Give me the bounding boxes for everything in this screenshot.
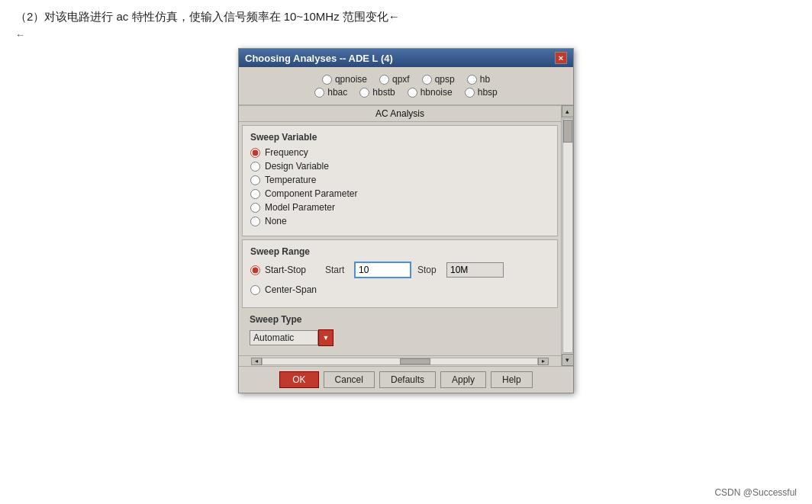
h-scroll-left-button[interactable]: ◂ bbox=[251, 358, 262, 365]
radio-label-hb: hb bbox=[480, 74, 490, 85]
horizontal-scrollbar: ◂ ▸ bbox=[239, 355, 561, 366]
radio-hbac[interactable]: hbac bbox=[314, 87, 347, 98]
radio-input-hb[interactable] bbox=[467, 75, 477, 85]
radio-hbsp[interactable]: hbsp bbox=[465, 87, 498, 98]
radio-temperature[interactable]: Temperature bbox=[250, 175, 549, 185]
dialog-main: AC Analysis Sweep Variable Frequency Des… bbox=[239, 105, 561, 366]
label-temperature: Temperature bbox=[265, 175, 316, 185]
radio-input-start-stop[interactable] bbox=[250, 265, 260, 275]
scroll-thumb[interactable] bbox=[563, 120, 572, 143]
radio-input-qpsp[interactable] bbox=[422, 75, 432, 85]
radio-label-qpsp: qpsp bbox=[435, 74, 455, 85]
radio-input-temperature[interactable] bbox=[250, 175, 260, 185]
sweep-type-select[interactable]: Automatic Linear Logarithmic List bbox=[250, 330, 318, 345]
radio-input-frequency[interactable] bbox=[250, 148, 260, 158]
apply-button[interactable]: Apply bbox=[440, 371, 486, 388]
return-mark: ← bbox=[15, 29, 797, 40]
radio-row-1: qpnoise qpxf qpsp hb bbox=[246, 74, 566, 85]
radio-input-hbnoise[interactable] bbox=[408, 88, 417, 98]
dialog-buttons: OK Cancel Defaults Apply Help bbox=[239, 366, 573, 393]
radio-input-hbsp[interactable] bbox=[465, 88, 475, 98]
sweep-type-label: Sweep Type bbox=[250, 314, 550, 325]
scroll-down-button[interactable]: ▾ bbox=[562, 354, 574, 366]
radio-input-qpxf[interactable] bbox=[379, 75, 389, 85]
radio-input-model-parameter[interactable] bbox=[250, 203, 260, 213]
radio-start-stop[interactable]: Start-Stop bbox=[250, 265, 319, 275]
radio-label-hbsp: hbsp bbox=[478, 87, 498, 98]
dialog-content: AC Analysis Sweep Variable Frequency Des… bbox=[239, 105, 573, 366]
label-start-stop: Start-Stop bbox=[265, 265, 306, 275]
scroll-track bbox=[562, 118, 573, 353]
label-center-span: Center-Span bbox=[265, 284, 317, 295]
radio-hbstb[interactable]: hbstb bbox=[359, 87, 395, 98]
sweep-type-dropdown-wrapper: Automatic Linear Logarithmic List bbox=[250, 329, 550, 346]
stop-value-input[interactable] bbox=[446, 262, 504, 278]
ac-analysis-header: AC Analysis bbox=[239, 105, 561, 122]
label-design-variable: Design Variable bbox=[265, 161, 329, 172]
dialog-title: Choosing Analyses -- ADE L (4) bbox=[245, 53, 393, 64]
dropdown-arrow-button[interactable] bbox=[318, 329, 334, 346]
label-none: None bbox=[265, 216, 287, 226]
label-model-parameter: Model Parameter bbox=[265, 202, 335, 213]
vertical-scrollbar: ▴ ▾ bbox=[561, 105, 573, 366]
page-background: （2）对该电路进行 ac 特性仿真，使输入信号频率在 10~10MHz 范围变化… bbox=[0, 0, 812, 504]
h-scroll-right-button[interactable]: ▸ bbox=[538, 358, 549, 365]
label-frequency: Frequency bbox=[265, 147, 308, 158]
top-radio-area: qpnoise qpxf qpsp hb bbox=[239, 67, 573, 105]
radio-qpsp[interactable]: qpsp bbox=[422, 74, 455, 85]
sweep-variable-section: Sweep Variable Frequency Design Variable… bbox=[242, 125, 558, 236]
radio-label-hbac: hbac bbox=[327, 87, 347, 98]
radio-label-qpxf: qpxf bbox=[392, 74, 410, 85]
stop-field-label: Stop bbox=[417, 265, 440, 275]
start-field-label: Start bbox=[325, 265, 348, 275]
scroll-up-button[interactable]: ▴ bbox=[562, 105, 574, 117]
radio-input-hbac[interactable] bbox=[314, 88, 324, 98]
radio-row-2: hbac hbstb hbnoise hbsp bbox=[246, 87, 566, 98]
radio-none[interactable]: None bbox=[250, 216, 549, 226]
radio-hb[interactable]: hb bbox=[467, 74, 490, 85]
radio-component-parameter[interactable]: Component Parameter bbox=[250, 188, 549, 199]
sweep-variable-label: Sweep Variable bbox=[250, 132, 549, 143]
h-scroll-thumb[interactable] bbox=[400, 358, 430, 364]
cancel-button[interactable]: Cancel bbox=[324, 371, 375, 388]
radio-label-hbstb: hbstb bbox=[372, 87, 395, 98]
sweep-type-section: Sweep Type Automatic Linear Logarithmic … bbox=[242, 311, 558, 352]
radio-hbnoise[interactable]: hbnoise bbox=[408, 87, 453, 98]
radio-qpnoise[interactable]: qpnoise bbox=[322, 74, 367, 85]
ac-analysis-label: AC Analysis bbox=[375, 108, 424, 119]
radio-center-span[interactable]: Center-Span bbox=[250, 284, 319, 295]
header-text: （2）对该电路进行 ac 特性仿真，使输入信号频率在 10~10MHz 范围变化… bbox=[15, 8, 797, 26]
ok-button[interactable]: OK bbox=[279, 371, 318, 388]
radio-label-hbnoise: hbnoise bbox=[420, 87, 453, 98]
dialog-titlebar: Choosing Analyses -- ADE L (4) × bbox=[239, 49, 573, 67]
radio-input-hbstb[interactable] bbox=[359, 88, 369, 98]
label-component-parameter: Component Parameter bbox=[265, 188, 357, 199]
radio-input-none[interactable] bbox=[250, 217, 260, 226]
close-button[interactable]: × bbox=[555, 52, 567, 64]
radio-input-component-parameter[interactable] bbox=[250, 189, 260, 199]
radio-model-parameter[interactable]: Model Parameter bbox=[250, 202, 549, 213]
radio-input-design-variable[interactable] bbox=[250, 162, 260, 172]
sweep-range-row-1: Start-Stop Start Stop bbox=[250, 262, 549, 278]
watermark: CSDN @Successful bbox=[714, 487, 797, 498]
dialog-area: Choosing Analyses -- ADE L (4) × qpnoise… bbox=[15, 48, 797, 393]
start-value-input[interactable] bbox=[354, 262, 411, 278]
sweep-range-row-2: Center-Span bbox=[250, 281, 549, 298]
sweep-range-label: Sweep Range bbox=[250, 246, 549, 257]
sweep-range-section: Sweep Range Start-Stop Start Stop bbox=[242, 239, 558, 308]
radio-design-variable[interactable]: Design Variable bbox=[250, 161, 549, 172]
radio-label-qpnoise: qpnoise bbox=[335, 74, 367, 85]
defaults-button[interactable]: Defaults bbox=[379, 371, 436, 388]
h-scroll-track bbox=[262, 358, 538, 365]
help-button[interactable]: Help bbox=[491, 371, 533, 388]
dialog-window: Choosing Analyses -- ADE L (4) × qpnoise… bbox=[238, 48, 574, 393]
radio-input-qpnoise[interactable] bbox=[322, 75, 332, 85]
radio-frequency[interactable]: Frequency bbox=[250, 147, 549, 158]
radio-input-center-span[interactable] bbox=[250, 285, 260, 295]
radio-qpxf[interactable]: qpxf bbox=[379, 74, 410, 85]
